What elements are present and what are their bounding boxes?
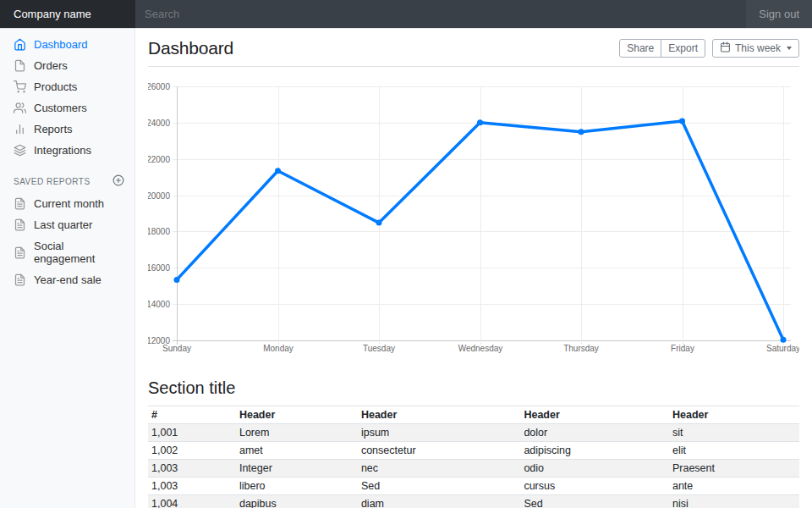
table-body: 1,001Loremipsumdolorsit1,002ametconsecte… bbox=[148, 424, 799, 508]
saved-reports-list: Current monthLast quarterSocial engageme… bbox=[0, 193, 134, 290]
table-row: 1,004dapibusdiamSednisi bbox=[148, 495, 799, 508]
share-button[interactable]: Share bbox=[619, 39, 661, 58]
file-text-icon bbox=[14, 246, 26, 259]
table-cell: ante bbox=[669, 478, 799, 495]
table-cell: ipsum bbox=[358, 424, 521, 442]
table-header-row: #HeaderHeaderHeaderHeader bbox=[148, 406, 799, 424]
svg-text:Friday: Friday bbox=[671, 344, 694, 353]
sidebar-item-customers[interactable]: Customers bbox=[0, 97, 134, 119]
svg-text:Thursday: Thursday bbox=[563, 344, 599, 353]
table-cell: Sed bbox=[520, 495, 669, 508]
svg-text:Wednesday: Wednesday bbox=[458, 344, 503, 353]
period-dropdown-button[interactable]: This week bbox=[712, 39, 799, 58]
saved-reports-heading: Saved reports bbox=[14, 177, 91, 186]
bar-chart-icon bbox=[14, 123, 26, 135]
sign-out-link[interactable]: Sign out bbox=[746, 0, 812, 28]
table-row: 1,003IntegernecodioPraesent bbox=[148, 460, 799, 478]
table-cell: diam bbox=[358, 495, 521, 508]
table-cell: Integer bbox=[236, 460, 358, 478]
page-title: Dashboard bbox=[148, 38, 233, 58]
file-icon bbox=[14, 59, 26, 72]
svg-text:24000: 24000 bbox=[148, 119, 170, 128]
saved-report-social-engagement[interactable]: Social engagement bbox=[0, 235, 134, 269]
saved-report-label: Social engagement bbox=[34, 240, 121, 265]
sidebar-item-reports[interactable]: Reports bbox=[0, 119, 134, 140]
data-table: #HeaderHeaderHeaderHeader 1,001Loremipsu… bbox=[148, 406, 799, 508]
table-cell: adipiscing bbox=[520, 442, 669, 460]
chart-area: 1200014000160001800020000220002400026000… bbox=[148, 80, 799, 364]
share-export-group: Share Export bbox=[619, 39, 705, 58]
file-text-icon bbox=[14, 218, 26, 231]
saved-report-label: Current month bbox=[34, 197, 104, 210]
top-navbar: Company name Sign out bbox=[0, 0, 812, 28]
sidebar-item-orders[interactable]: Orders bbox=[0, 55, 134, 76]
saved-report-label: Year-end sale bbox=[34, 273, 102, 286]
table-cell: Sed bbox=[358, 478, 521, 495]
saved-report-current-month[interactable]: Current month bbox=[0, 193, 134, 214]
add-report-button[interactable] bbox=[112, 174, 124, 188]
svg-text:22000: 22000 bbox=[148, 155, 170, 164]
section-title: Section title bbox=[148, 378, 799, 398]
brand[interactable]: Company name bbox=[0, 0, 135, 28]
sidebar-item-products[interactable]: Products bbox=[0, 76, 134, 97]
saved-report-year-end-sale[interactable]: Year-end sale bbox=[0, 269, 134, 290]
table-cell: Lorem bbox=[236, 424, 358, 442]
layers-icon bbox=[14, 144, 26, 157]
table-column-header: Header bbox=[669, 406, 799, 424]
sidebar-nav: DashboardOrdersProductsCustomersReportsI… bbox=[0, 34, 134, 161]
calendar-icon bbox=[720, 41, 731, 52]
caret-down-icon bbox=[787, 47, 792, 50]
table-cell: dolor bbox=[520, 424, 669, 442]
svg-text:14000: 14000 bbox=[148, 300, 170, 309]
main-content: Dashboard Share Export This week 1200014… bbox=[135, 28, 812, 508]
file-text-icon bbox=[14, 273, 26, 286]
table-cell: 1,002 bbox=[148, 442, 236, 460]
table-cell: amet bbox=[236, 442, 358, 460]
svg-text:Monday: Monday bbox=[263, 344, 294, 353]
table-cell: 1,004 bbox=[148, 495, 236, 508]
table-cell: 1,003 bbox=[148, 478, 236, 495]
sidebar-item-label: Dashboard bbox=[34, 38, 88, 51]
shopping-cart-icon bbox=[14, 80, 26, 93]
table-column-header: Header bbox=[358, 406, 521, 424]
calendar-icon bbox=[720, 41, 731, 55]
period-label: This week bbox=[735, 42, 781, 54]
svg-text:Tuesday: Tuesday bbox=[363, 344, 395, 353]
table-cell: nisi bbox=[669, 495, 799, 508]
file-text-icon bbox=[14, 197, 26, 210]
sidebar-item-dashboard[interactable]: Dashboard bbox=[0, 34, 134, 55]
weekly-sales-line-chart: 1200014000160001800020000220002400026000… bbox=[148, 80, 799, 361]
export-button[interactable]: Export bbox=[661, 39, 705, 58]
page-header: Dashboard Share Export This week bbox=[148, 28, 799, 67]
table-cell: sit bbox=[669, 424, 799, 442]
search-field-wrap bbox=[135, 0, 746, 28]
table-cell: 1,003 bbox=[148, 460, 236, 478]
table-cell: nec bbox=[358, 460, 521, 478]
table-row: 1,003liberoSedcursusante bbox=[148, 478, 799, 495]
svg-text:18000: 18000 bbox=[148, 227, 170, 236]
table-cell: odio bbox=[520, 460, 669, 478]
plus-circle-icon bbox=[112, 174, 124, 186]
table-cell: dapibus bbox=[236, 495, 358, 508]
sidebar-item-label: Customers bbox=[34, 102, 87, 114]
sidebar-item-label: Reports bbox=[34, 123, 73, 135]
saved-report-last-quarter[interactable]: Last quarter bbox=[0, 214, 134, 235]
svg-text:Saturday: Saturday bbox=[766, 344, 799, 353]
search-input[interactable] bbox=[135, 0, 746, 28]
sidebar-item-integrations[interactable]: Integrations bbox=[0, 140, 134, 161]
sidebar-item-label: Orders bbox=[34, 59, 68, 72]
table-column-header: Header bbox=[236, 406, 358, 424]
table-row: 1,001Loremipsumdolorsit bbox=[148, 424, 799, 442]
toolbar: Share Export This week bbox=[619, 39, 799, 58]
saved-reports-heading-row: Saved reports bbox=[0, 161, 134, 193]
table-cell: elit bbox=[669, 442, 799, 460]
table-cell: cursus bbox=[520, 478, 669, 495]
sidebar: DashboardOrdersProductsCustomersReportsI… bbox=[0, 28, 135, 508]
table-cell: 1,001 bbox=[148, 424, 236, 442]
table-row: 1,002ametconsecteturadipiscingelit bbox=[148, 442, 799, 460]
table-cell: Praesent bbox=[669, 460, 799, 478]
table-column-header: Header bbox=[520, 406, 669, 424]
saved-report-label: Last quarter bbox=[34, 218, 92, 231]
home-icon bbox=[14, 38, 26, 51]
users-icon bbox=[14, 102, 26, 114]
